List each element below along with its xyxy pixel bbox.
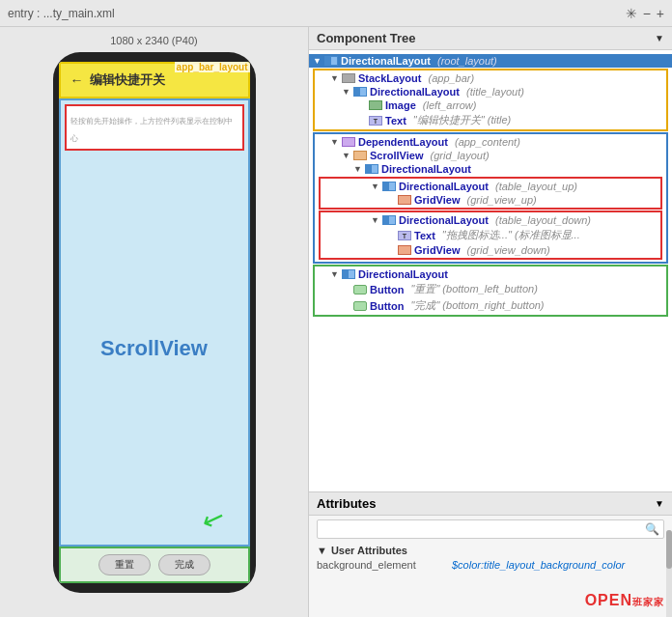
tree-node-directional-up[interactable]: ▼ DirectionalLayout (table_layout_up) [321,180,660,193]
node-id: (app_content) [452,136,520,148]
tree-node-image[interactable]: Image (left_arrow) [315,98,666,112]
tree-node-dependent[interactable]: ▼ DependentLayout (app_content) [315,135,666,149]
node-name: GridView [414,244,460,256]
done-button[interactable]: 完成 [158,554,210,575]
tree-content[interactable]: ▼ DirectionalLayout (root_layout) ▼ Stac… [309,50,672,491]
node-name: StackLayout [358,72,421,84]
tree-node-button-done[interactable]: Button "完成" (bottom_right_button) [315,297,666,314]
image-icon [369,100,382,110]
bluetooth-icon[interactable]: ✳ [626,6,637,21]
button-icon [353,301,367,311]
tree-node-stacklayout[interactable]: ▼ StackLayout (app_bar) [315,71,666,85]
node-name: DirectionalLayout [358,268,448,280]
node-name: DirectionalLayout [370,86,460,98]
tree-header: Component Tree ▼ [309,27,672,50]
top-bar-icons: ✳ − + [626,6,664,21]
section-label: User Attributes [331,545,407,556]
tree-arrow: ▼ [353,164,365,174]
app-bar-layout-label: app_bar_layout [175,62,250,72]
zoom-out-icon[interactable]: − [643,6,651,21]
node-id: (app_bar) [425,72,474,84]
node-name: DependentLayout [358,136,448,148]
node-id: (root_layout) [434,55,497,67]
node-name: DirectionalLayout [399,214,489,226]
tree-node-text-drag[interactable]: T Text "拖拽图标选..." (标准图标显... [321,227,660,243]
tree-node-gridview-up[interactable]: GridView (grid_view_up) [321,193,660,207]
tree-node-directional-down[interactable]: ▼ DirectionalLayout (table_layout_down) [321,213,660,227]
node-id: (grid_layout) [427,150,489,161]
grid-icon [398,245,411,255]
tree-node-text-title[interactable]: T Text "编辑快捷开关" (title) [315,112,666,128]
attr-title: Attributes [317,496,376,511]
entry-label: entry : ...ty_main.xml [8,7,115,20]
tree-node-root[interactable]: ▼ DirectionalLayout (root_layout) [309,54,672,68]
phone-size-label: 1080 x 2340 (P40) [110,35,198,46]
node-id: (grid_view_down) [463,244,549,256]
tree-arrow: ▼ [342,151,353,160]
tree-chevron-icon: ▼ [655,33,664,43]
tree-arrow [342,285,353,294]
scrollbar-track[interactable] [666,530,672,617]
tree-arrow [357,100,369,110]
layout-icon [382,215,396,225]
scrollbar-thumb[interactable] [666,530,672,569]
main-area: 1080 x 2340 (P40) ← 编辑快捷开关 app_bar_layou… [0,27,672,617]
open-text: OPEN [585,592,632,608]
attr-row-background: background_element $color:title_layout_b… [309,558,672,572]
tree-arrow [386,195,398,205]
node-id: (table_layout_down) [492,214,591,226]
tree-arrow [386,245,398,255]
tree-arrow: ▼ [313,56,324,66]
layout-icon [324,56,338,66]
app-bar-title: 编辑快捷开关 [90,71,165,89]
tree-arrow: ▼ [330,269,342,279]
scroll-icon [353,151,367,160]
tree-arrow: ▼ [330,137,342,147]
tree-node-button-reset[interactable]: Button "重置" (bottom_left_button) [315,281,666,297]
tree-arrow [357,116,369,126]
tree-title: Component Tree [317,31,416,45]
reset-button[interactable]: 重置 [98,554,151,575]
tree-node-directional-inner[interactable]: ▼ DirectionalLayout [315,162,666,176]
phone-panel: 1080 x 2340 (P40) ← 编辑快捷开关 app_bar_layou… [0,27,309,617]
attr-chevron-icon: ▼ [655,498,664,509]
tree-node-gridview-down[interactable]: GridView (grid_view_down) [321,243,660,257]
tree-node-scrollview[interactable]: ▼ ScrollView (grid_layout) [315,149,666,162]
node-id: "编辑快捷开关" (title) [410,113,511,127]
layout-icon [342,269,355,279]
tree-arrow: ▼ [330,73,342,83]
phone-screen: ← 编辑快捷开关 app_bar_layout 轻按前先开始操作，上方控件列表显… [59,62,250,583]
node-name: GridView [414,194,460,206]
hint-text: 轻按前先开始操作，上方控件列表显示在控制中心 [70,117,233,143]
app-content-box: ▼ DependentLayout (app_content) ▼ Scroll… [313,132,668,264]
phone-content: 轻按前先开始操作，上方控件列表显示在控制中心 ScrollView [59,98,250,547]
tree-arrow: ▼ [371,215,382,225]
attr-search-bar[interactable]: 🔍 [317,519,664,539]
attr-search-input[interactable] [322,523,645,535]
app-bar: ← 编辑快捷开关 app_bar_layout [59,62,250,98]
node-id: (table_layout_up) [492,181,577,192]
attr-key: background_element [317,559,452,571]
dependent-icon [342,137,355,147]
section-arrow: ▼ [317,545,327,556]
tree-node-directional-bottom[interactable]: ▼ DirectionalLayout [315,267,666,281]
node-id: (title_layout) [463,86,524,98]
tree-arrow: ▼ [342,87,353,97]
node-name: Button [370,284,404,295]
brand-sub: 班家家 [632,597,664,607]
tree-arrow [342,301,353,311]
grid-icon [398,195,411,205]
app-bar-box: ▼ StackLayout (app_bar) ▼ DirectionalLay… [313,69,668,131]
node-id: "重置" (bottom_left_button) [407,282,537,296]
bottom-buttons-box: ▼ DirectionalLayout Button "重置" (bottom_… [313,265,668,317]
search-icon: 🔍 [645,522,659,536]
table-down-box: ▼ DirectionalLayout (table_layout_down) … [319,210,662,260]
zoom-in-icon[interactable]: + [657,6,664,21]
back-arrow-icon[interactable]: ← [70,72,84,88]
node-name: Text [385,115,406,126]
node-name: DirectionalLayout [381,163,471,175]
tree-node-directional-title[interactable]: ▼ DirectionalLayout (title_layout) [315,85,666,98]
open-brand: OPEN班家家 [585,592,664,609]
text-icon: T [369,116,382,126]
tree-arrow: ▼ [371,182,382,191]
